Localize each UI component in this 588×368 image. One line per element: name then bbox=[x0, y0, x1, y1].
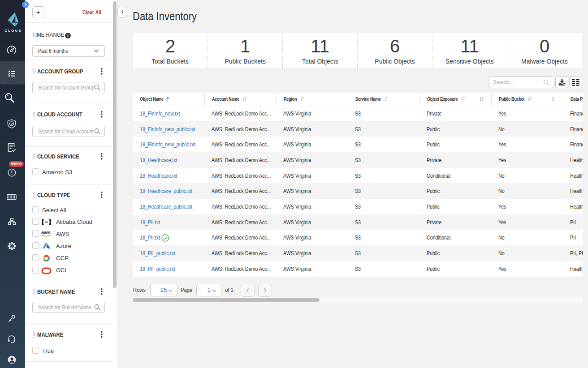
svg-text:aws: aws bbox=[41, 230, 51, 235]
